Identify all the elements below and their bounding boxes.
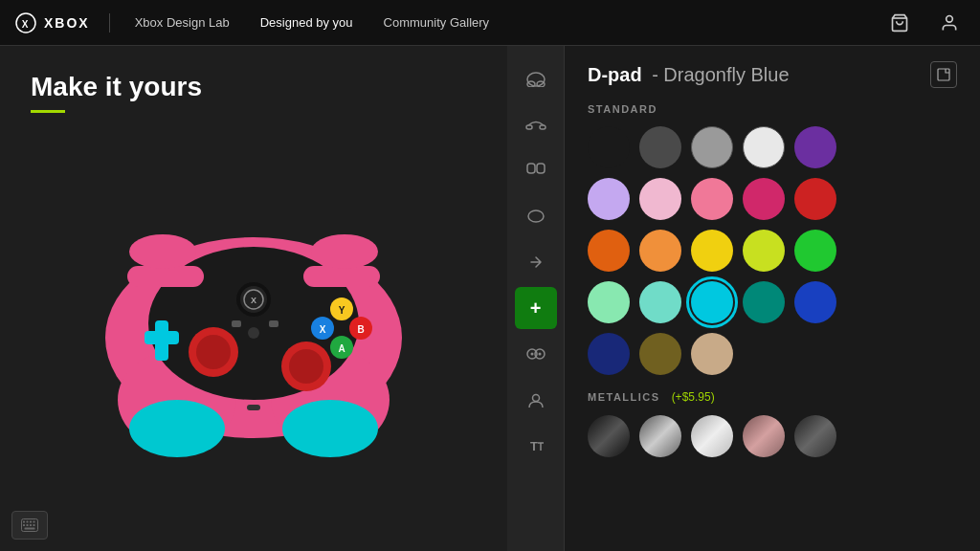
svg-rect-39 [30,521,32,523]
xbox-logo-icon: X [15,12,36,33]
svg-rect-10 [127,266,204,287]
color-picker-panel: D-pad - Dragonfly Blue STANDARD METALLIC… [565,46,980,551]
sidebar-item-controller-body[interactable] [515,57,557,99]
svg-point-15 [196,335,231,369]
metallics-price: (+$5.95) [672,390,715,404]
color-swatch-pale-orange[interactable] [639,230,681,272]
svg-rect-51 [527,164,535,173]
thumbsticks-icon [526,345,546,363]
svg-rect-45 [25,528,35,530]
svg-rect-17 [145,331,179,344]
color-swatch-white[interactable] [743,126,785,168]
svg-text:X: X [22,18,31,29]
metallic-swatch-metallic-dark[interactable] [794,415,836,457]
metallic-swatch-metallic-black[interactable] [588,415,630,457]
sidebar-item-back[interactable] [515,195,557,237]
top-navigation: X XBOX Xbox Design Lab Designed by you C… [0,0,980,46]
svg-rect-44 [33,524,35,526]
color-swatch-soft-pink[interactable] [639,178,681,220]
metallics-section-label: METALLICS [588,391,660,403]
color-swatch-green[interactable] [794,230,836,272]
color-swatch-yellow[interactable] [691,230,733,272]
color-swatch-carbon-black[interactable] [639,126,681,168]
metallic-swatch-metallic-rose[interactable] [743,415,785,457]
svg-point-56 [530,353,533,356]
svg-point-46 [527,73,545,86]
svg-point-34 [248,327,259,339]
svg-point-19 [289,349,323,384]
nav-community-gallery[interactable]: Community Gallery [378,11,496,33]
panel-header: D-pad - Dragonfly Blue [588,61,957,88]
standard-color-grid [588,126,957,375]
color-swatch-hot-pink[interactable] [691,178,733,220]
color-swatch-red[interactable] [794,178,836,220]
controller-preview: Y B A X X [31,113,477,524]
svg-point-13 [311,234,378,269]
color-swatch-dragonfly-blue[interactable] [691,281,733,323]
expand-panel-button[interactable] [930,61,957,88]
panel-title-group: D-pad - Dragonfly Blue [588,64,790,86]
account-icon[interactable] [934,8,965,38]
cart-icon[interactable] [884,8,915,38]
svg-rect-50 [540,125,546,129]
dpad-plus-icon: + [530,298,542,318]
left-panel: Make it yours [0,46,507,551]
share-icon [527,253,545,271]
sidebar-item-dpad[interactable]: + [515,287,557,329]
metallic-swatch-metallic-silver[interactable] [639,415,681,457]
svg-point-3 [947,15,953,22]
svg-point-7 [129,400,225,457]
standard-section-label: STANDARD [588,103,957,115]
controller-body-icon [525,70,546,87]
font-icon: T [526,437,546,454]
svg-text:T: T [530,439,538,453]
nav-designed-by-you[interactable]: Designed by you [255,11,359,33]
svg-text:B: B [357,323,364,334]
keyboard-shortcut-button[interactable] [11,511,48,540]
color-swatch-blue[interactable] [794,281,836,323]
sidebar-item-text[interactable]: T [515,425,557,467]
svg-text:Y: Y [339,304,345,315]
svg-rect-33 [269,320,278,327]
svg-rect-32 [232,320,241,327]
bumpers-icon [525,116,546,133]
metallic-color-grid [588,415,957,457]
main-content: Make it yours [0,46,980,551]
metallic-swatch-metallic-white[interactable] [691,415,733,457]
sidebar-item-share[interactable] [515,241,557,283]
svg-rect-37 [23,521,25,523]
color-swatch-navy[interactable] [588,333,630,375]
color-swatch-lime[interactable] [743,230,785,272]
color-swatch-olive[interactable] [639,333,681,375]
sidebar-item-bumpers[interactable] [515,103,557,145]
color-swatch-black[interactable] [588,126,630,168]
color-swatch-teal-dark[interactable] [743,281,785,323]
color-swatch-lavender[interactable] [588,178,630,220]
color-swatch-berry[interactable] [743,178,785,220]
panel-selected-color: - Dragonfly Blue [652,64,789,85]
svg-text:X: X [251,296,256,305]
color-swatch-purple[interactable] [794,126,836,168]
part-selector-sidebar: + T [507,46,565,551]
svg-point-53 [528,210,544,222]
keyboard-icon [21,518,38,532]
svg-rect-40 [33,521,35,523]
svg-rect-43 [30,524,32,526]
color-swatch-orange[interactable] [588,230,630,272]
nav-divider [109,13,110,33]
back-icon [526,209,546,224]
svg-rect-38 [27,521,29,523]
svg-rect-41 [23,524,25,526]
svg-rect-11 [303,266,380,287]
triggers-icon [525,162,546,179]
sidebar-item-triggers[interactable] [515,149,557,191]
color-swatch-mint[interactable] [588,281,630,323]
svg-text:X: X [320,323,326,334]
nav-design-lab[interactable]: Xbox Design Lab [129,11,235,33]
sidebar-item-thumbsticks[interactable] [515,333,557,375]
xbox-logo[interactable]: X XBOX [15,12,90,33]
sidebar-item-profile[interactable] [515,379,557,421]
color-swatch-silver-grey[interactable] [691,126,733,168]
color-swatch-tan[interactable] [691,333,733,375]
color-swatch-teal-light[interactable] [639,281,681,323]
